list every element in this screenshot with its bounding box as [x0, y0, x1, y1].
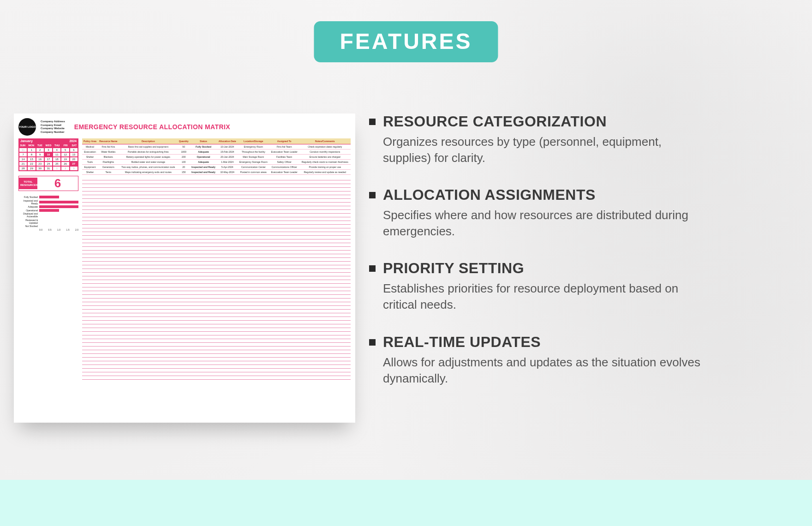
- table-cell: Generators: [98, 165, 119, 170]
- calendar-cell: 13: [70, 152, 78, 157]
- empty-row-line: [82, 243, 351, 247]
- feature-title: REAL-TIME UPDATES: [383, 334, 541, 351]
- calendar-cell: 19: [61, 157, 69, 161]
- axis-tick: 1.5: [66, 228, 70, 231]
- feature-description: Specifies where and how resources are di…: [383, 207, 701, 239]
- table-cell: 200: [178, 155, 190, 160]
- calendar-dayname: MON: [27, 143, 36, 147]
- footer-accent-band: [0, 480, 812, 526]
- empty-row-line: [82, 269, 351, 273]
- empty-row-line: [82, 258, 351, 262]
- table-header-cell: Resource Name: [98, 138, 119, 144]
- table-cell: 15-Feb-2024: [217, 149, 238, 155]
- table-cell: Conduct monthly inspections: [299, 149, 351, 155]
- bar-row: Displayed and Accessible: [18, 212, 78, 218]
- table-header-cell: Quantity: [178, 138, 190, 144]
- empty-row-line: [82, 251, 351, 254]
- empty-row-line: [82, 328, 351, 332]
- table-cell: Maps indicating emergency exits and rout…: [119, 170, 178, 175]
- empty-row-line: [82, 372, 351, 376]
- feature-title: PRIORITY SETTING: [383, 260, 524, 277]
- table-cell: Equipment: [82, 165, 98, 170]
- empty-rows: [82, 177, 351, 380]
- calendar-dayname: WED: [44, 143, 53, 147]
- empty-row-line: [82, 199, 351, 203]
- status-bar-chart: Fully StockedInspected and ReadyAdequate…: [18, 196, 78, 227]
- empty-row-line: [82, 335, 351, 339]
- calendar-cell: 12: [61, 152, 69, 157]
- bar-row: Inspected and Ready: [18, 199, 78, 205]
- table-cell: Adequate: [190, 160, 217, 165]
- calendar-cell: 26: [61, 161, 69, 166]
- bullet-icon: [369, 339, 376, 346]
- table-header-cell: Assigned To: [269, 138, 299, 144]
- table-row: ToolsFlashlightsBottled water and water …: [82, 160, 351, 165]
- table-cell: Evacuation Team Leader: [269, 149, 299, 155]
- table-cell: Inspected and Ready: [190, 165, 217, 170]
- table-cell: Water Bottles: [98, 149, 119, 155]
- empty-row-line: [82, 228, 351, 232]
- empty-row-line: [82, 276, 351, 280]
- empty-row-line: [82, 295, 351, 299]
- empty-row-line: [82, 358, 351, 361]
- table-header-cell: Location/Storage: [238, 138, 269, 144]
- table-cell: Facilities Team: [269, 155, 299, 160]
- table-cell: Evacuation: [82, 149, 98, 155]
- total-resources-box: TOTAL RESOURCES 6: [18, 176, 78, 191]
- company-line: Company Address: [41, 120, 65, 124]
- feature-title: ALLOCATION ASSIGNMENTS: [383, 186, 596, 203]
- bar-fill: [39, 196, 59, 198]
- feature-item: REAL-TIME UPDATES Allows for adjustments…: [369, 334, 701, 387]
- empty-row-line: [82, 350, 351, 354]
- table-row: ShelterBlanketsBattery-operated lights f…: [82, 155, 351, 160]
- bar-fill: [39, 201, 78, 203]
- empty-row-line: [82, 262, 351, 265]
- table-cell: Check expiration dates regularly: [299, 144, 351, 149]
- empty-row-line: [82, 180, 351, 184]
- total-label: TOTAL RESOURCES: [19, 178, 37, 189]
- empty-row-line: [82, 332, 351, 335]
- company-line: Company Number: [41, 131, 65, 134]
- table-cell: Flashlights: [98, 160, 119, 165]
- calendar-cell: 16: [36, 157, 44, 161]
- table-cell: First Aid Kits: [98, 144, 119, 149]
- table-cell: Two-way radios, phones, and communicatio…: [119, 165, 178, 170]
- empty-row-line: [82, 239, 351, 243]
- empty-row-line: [82, 214, 351, 217]
- feature-title: RESOURCE CATEGORIZATION: [383, 113, 607, 130]
- bar-track: [39, 225, 78, 227]
- calendar-cell: 31: [19, 148, 27, 152]
- table-cell: Shelter: [82, 155, 98, 160]
- calendar-cell: 22: [27, 161, 36, 166]
- bar-fill: [39, 205, 78, 208]
- empty-row-line: [82, 184, 351, 188]
- company-line: Company Website: [41, 127, 65, 131]
- sheet-left-column: January 2024 SUNMONTUEWEDTHUFRISAT 31123…: [18, 138, 78, 380]
- empty-row-line: [82, 273, 351, 276]
- calendar-cell: 29: [27, 166, 36, 171]
- empty-row-line: [82, 291, 351, 295]
- bar-label: Displayed and Accessible: [18, 212, 38, 218]
- calendar-cell: 28: [19, 166, 27, 171]
- calendar-cell: 7: [19, 152, 27, 157]
- table-cell: Emergency Room: [238, 144, 269, 149]
- features-badge-label: FEATURES: [340, 29, 472, 54]
- table-cell: First Aid Team: [269, 144, 299, 149]
- calendar-dayname: THU: [53, 143, 61, 147]
- feature-item: ALLOCATION ASSIGNMENTS Specifies where a…: [369, 186, 701, 239]
- calendar-cell: 31: [44, 166, 53, 171]
- table-cell: 100: [178, 160, 190, 165]
- calendar-cell: 5: [61, 148, 69, 152]
- allocation-table: Policy AreaResource NameDescriptionQuant…: [82, 138, 351, 175]
- calendar-cell: 3: [70, 166, 78, 171]
- empty-row-line: [82, 354, 351, 358]
- calendar-cell: 11: [53, 152, 61, 157]
- axis-tick: 0.5: [48, 228, 52, 231]
- empty-row-line: [82, 299, 351, 302]
- empty-row-line: [82, 236, 351, 239]
- axis-tick: 1.0: [57, 228, 60, 231]
- calendar-dayname: TUE: [36, 143, 44, 147]
- empty-row-line: [82, 306, 351, 310]
- table-cell: Ensure batteries are charged: [299, 155, 351, 160]
- feature-item: RESOURCE CATEGORIZATION Organizes resour…: [369, 113, 701, 166]
